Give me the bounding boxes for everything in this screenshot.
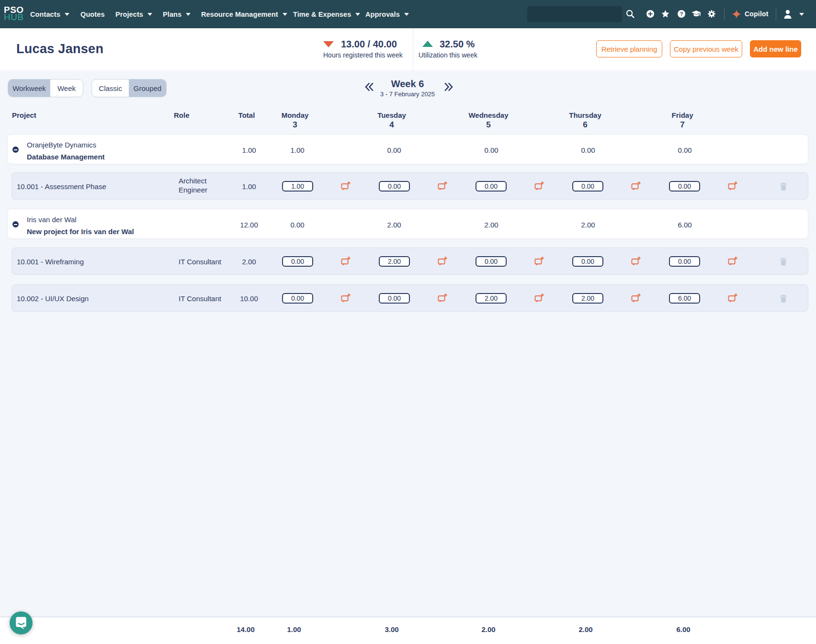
svg-text:?: ?: [680, 11, 683, 17]
